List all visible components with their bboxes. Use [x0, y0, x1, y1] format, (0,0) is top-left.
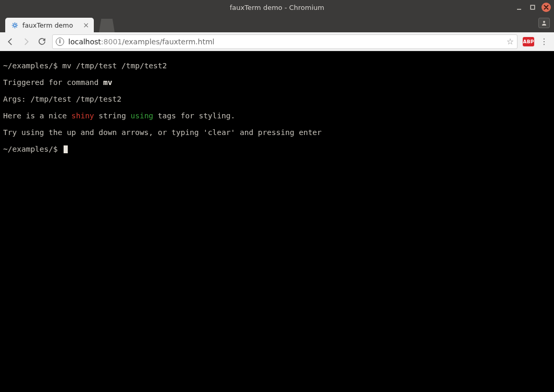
browser-toolbar: i localhost:8001/examples/fauxterm.html … [0, 32, 554, 51]
site-info-icon[interactable]: i [56, 38, 64, 46]
nav-back-button[interactable] [3, 34, 18, 49]
url-path: /examples/fauxterm.html [122, 38, 214, 46]
svg-rect-0 [517, 9, 521, 10]
url-omnibox[interactable]: i localhost:8001/examples/fauxterm.html … [52, 34, 518, 49]
browser-tab-active[interactable]: fauxTerm demo × [5, 18, 94, 32]
nav-forward-button[interactable] [19, 34, 33, 49]
window-controls [514, 3, 554, 12]
terminal-prompt-line: ~/examples/$ [3, 145, 551, 153]
terminal-line: Here is a nice shiny string using tags f… [3, 112, 551, 120]
window-title: fauxTerm demo - Chromium [0, 4, 554, 11]
window-maximize-button[interactable] [528, 3, 537, 12]
tab-close-button[interactable]: × [82, 21, 90, 29]
extension-abp-icon[interactable]: ABP [523, 37, 534, 46]
url-host: localhost [68, 38, 101, 46]
terminal-area[interactable]: ~/examples/$ mv /tmp/test /tmp/test2 Tri… [0, 51, 554, 392]
svg-point-2 [14, 24, 16, 27]
terminal-line: Try using the up and down arrows, or typ… [3, 128, 551, 137]
browser-tabstrip: fauxTerm demo × [0, 15, 554, 32]
svg-rect-1 [531, 5, 535, 9]
tab-title: fauxTerm demo [22, 21, 73, 29]
browser-menu-button[interactable]: ⋮ [537, 36, 551, 46]
svg-point-3 [543, 21, 545, 23]
url-port: :8001 [101, 38, 122, 46]
new-tab-button[interactable] [99, 19, 115, 32]
window-close-button[interactable] [541, 3, 551, 12]
bookmark-star-icon[interactable]: ☆ [507, 36, 514, 46]
browser-account-button[interactable] [538, 18, 550, 28]
window-titlebar: fauxTerm demo - Chromium [0, 0, 554, 15]
terminal-line: Args: /tmp/test /tmp/test2 [3, 95, 551, 103]
terminal-cursor [64, 145, 68, 153]
nav-reload-button[interactable] [34, 34, 49, 49]
window-minimize-button[interactable] [514, 3, 524, 12]
terminal-line: ~/examples/$ mv /tmp/test /tmp/test2 [3, 62, 551, 70]
terminal-line: Triggered for command mv [3, 78, 551, 87]
tab-favicon-icon [10, 21, 19, 29]
